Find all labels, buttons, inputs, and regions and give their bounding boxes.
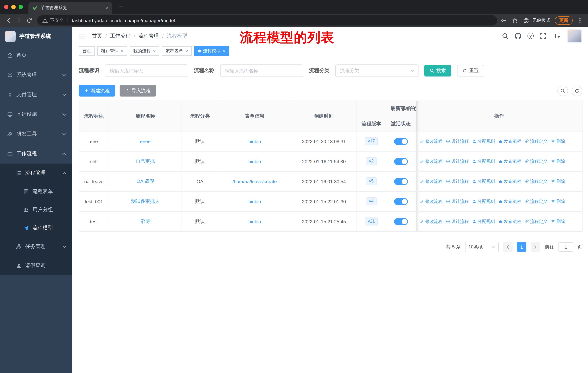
breadcrumb-item[interactable]: 流程管理 bbox=[138, 33, 159, 39]
address-bar[interactable]: 不安全 dashboard.yudao.iocoder.cn/bpm/manag… bbox=[37, 15, 497, 26]
design-process-link[interactable]: 设计流程 bbox=[446, 158, 469, 164]
publish-process-link[interactable]: 发布流程 bbox=[498, 178, 521, 184]
toggle-search-button[interactable] bbox=[557, 85, 568, 96]
design-process-link[interactable]: 设计流程 bbox=[446, 198, 469, 204]
delete-link[interactable]: 删除 bbox=[551, 138, 565, 144]
process-key-input[interactable] bbox=[105, 64, 188, 77]
page-number-1[interactable]: 1 bbox=[517, 242, 526, 252]
fullscreen-icon[interactable] bbox=[540, 33, 546, 39]
window-minimize-button[interactable] bbox=[11, 5, 16, 9]
process-name-link[interactable]: OA 请假 bbox=[136, 179, 154, 184]
process-name-link[interactable]: 自己审批 bbox=[136, 159, 155, 164]
sidebar-item-payment[interactable]: 支付管理 bbox=[0, 85, 72, 105]
password-key-icon[interactable] bbox=[500, 17, 507, 24]
assign-rule-link[interactable]: 分配规则 bbox=[472, 158, 495, 164]
window-close-button[interactable] bbox=[4, 5, 8, 9]
assign-rule-link[interactable]: 分配规则 bbox=[472, 178, 495, 184]
form-link[interactable]: biubiu bbox=[248, 139, 261, 144]
design-process-link[interactable]: 设计流程 bbox=[446, 138, 469, 144]
process-definition-link[interactable]: 流程定义 bbox=[525, 218, 547, 225]
reset-button[interactable]: 重置 bbox=[457, 65, 484, 77]
publish-process-link[interactable]: 发布流程 bbox=[498, 218, 521, 225]
sidebar-item-infrastructure[interactable]: 基础设施 bbox=[0, 105, 72, 124]
delete-link[interactable]: 删除 bbox=[551, 218, 565, 225]
delete-link[interactable]: 删除 bbox=[551, 158, 565, 164]
breadcrumb-item[interactable]: 工作流程 bbox=[110, 33, 130, 39]
active-toggle[interactable] bbox=[394, 198, 408, 205]
import-process-button[interactable]: 导入流程 bbox=[120, 85, 156, 97]
reload-button[interactable] bbox=[24, 16, 34, 25]
tag-my-process[interactable]: 我的流程 × bbox=[130, 46, 159, 56]
active-toggle[interactable] bbox=[394, 178, 408, 185]
close-icon[interactable]: × bbox=[121, 49, 123, 53]
form-link[interactable]: biubiu bbox=[248, 199, 261, 204]
form-link[interactable]: /bpm/oa/leave/create bbox=[232, 179, 277, 184]
breadcrumb-item[interactable]: 首页 bbox=[92, 33, 102, 39]
form-link[interactable]: biubiu bbox=[248, 159, 261, 164]
back-button[interactable] bbox=[4, 16, 14, 25]
sidebar-item-workflow[interactable]: 工作流程 bbox=[0, 144, 72, 163]
process-name-link[interactable]: 测试多审批人 bbox=[131, 199, 159, 204]
tag-process-model[interactable]: 流程模型 × bbox=[194, 46, 229, 56]
edit-process-link[interactable]: 修改流程 bbox=[420, 158, 442, 164]
sidebar-item-process-management[interactable]: 流程管理 bbox=[0, 163, 72, 182]
sidebar-collapse-button[interactable] bbox=[79, 33, 86, 39]
tab-close-icon[interactable]: × bbox=[106, 5, 109, 10]
sidebar-item-process-form[interactable]: 流程表单 bbox=[0, 182, 72, 201]
refresh-table-button[interactable] bbox=[572, 85, 582, 96]
window-zoom-button[interactable] bbox=[19, 5, 23, 9]
close-icon[interactable]: × bbox=[153, 49, 156, 53]
page-size-select[interactable]: 10条/页 bbox=[465, 242, 499, 252]
edit-process-link[interactable]: 修改流程 bbox=[420, 218, 442, 225]
process-definition-link[interactable]: 流程定义 bbox=[525, 178, 547, 184]
assign-rule-link[interactable]: 分配规则 bbox=[472, 138, 495, 144]
next-page-button[interactable] bbox=[531, 242, 540, 252]
bookmark-star-icon[interactable] bbox=[511, 17, 518, 24]
active-toggle[interactable] bbox=[394, 158, 408, 165]
active-toggle[interactable] bbox=[394, 218, 408, 225]
design-process-link[interactable]: 设计流程 bbox=[446, 178, 469, 184]
process-name-link[interactable]: eeee bbox=[140, 139, 151, 144]
delete-link[interactable]: 删除 bbox=[551, 198, 565, 204]
forward-button[interactable] bbox=[14, 16, 24, 25]
sidebar-item-process-model[interactable]: 流程模型 bbox=[0, 219, 72, 237]
sidebar-item-task-management[interactable]: 任务管理 bbox=[0, 237, 72, 256]
sidebar-item-user-group[interactable]: 用户分组 bbox=[0, 201, 72, 219]
search-icon[interactable] bbox=[502, 33, 509, 39]
assign-rule-link[interactable]: 分配规则 bbox=[472, 198, 495, 204]
delete-link[interactable]: 删除 bbox=[551, 178, 565, 184]
browser-update-button[interactable]: 更新 bbox=[555, 16, 573, 25]
publish-process-link[interactable]: 发布流程 bbox=[498, 198, 521, 204]
edit-process-link[interactable]: 修改流程 bbox=[420, 138, 442, 144]
process-definition-link[interactable]: 流程定义 bbox=[525, 198, 547, 204]
prev-page-button[interactable] bbox=[503, 242, 513, 252]
form-link[interactable]: biubiu bbox=[248, 219, 261, 224]
create-process-button[interactable]: 新建流程 bbox=[79, 85, 115, 97]
process-name-input[interactable] bbox=[220, 64, 303, 77]
tag-home[interactable]: 首页 bbox=[79, 46, 95, 56]
active-toggle[interactable] bbox=[394, 138, 408, 145]
publish-process-link[interactable]: 发布流程 bbox=[498, 138, 521, 144]
github-icon[interactable] bbox=[515, 33, 521, 39]
search-button[interactable]: 搜索 bbox=[424, 65, 451, 77]
sidebar-item-devtools[interactable]: 研发工具 bbox=[0, 124, 72, 144]
browser-menu-kebab-icon[interactable] bbox=[577, 18, 583, 23]
sidebar-item-leave-query[interactable]: 请假查询 bbox=[0, 256, 72, 275]
tag-tenant[interactable]: 租户管理 × bbox=[97, 46, 127, 56]
assign-rule-link[interactable]: 分配规则 bbox=[472, 218, 495, 225]
process-name-link[interactable]: 滔博 bbox=[141, 219, 150, 224]
close-icon[interactable]: × bbox=[223, 49, 225, 53]
design-process-link[interactable]: 设计流程 bbox=[446, 218, 469, 225]
close-icon[interactable]: × bbox=[185, 49, 188, 53]
process-definition-link[interactable]: 流程定义 bbox=[525, 158, 547, 164]
edit-process-link[interactable]: 修改流程 bbox=[420, 198, 442, 204]
sidebar-item-home[interactable]: 首页 bbox=[0, 46, 72, 65]
new-tab-button[interactable]: + bbox=[117, 2, 126, 11]
edit-process-link[interactable]: 修改流程 bbox=[420, 178, 442, 184]
sidebar-logo[interactable]: 芋道管理系统 bbox=[0, 27, 72, 46]
tag-process-form[interactable]: 流程表单 × bbox=[162, 46, 192, 56]
font-size-icon[interactable] bbox=[553, 33, 561, 39]
process-category-select[interactable]: 流程分类 bbox=[335, 64, 419, 77]
browser-tab[interactable]: 芋道管理系统 × bbox=[28, 2, 112, 14]
user-avatar[interactable] bbox=[567, 29, 582, 43]
